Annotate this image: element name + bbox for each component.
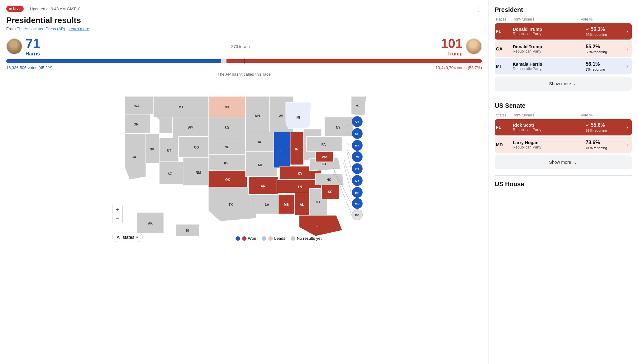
chevron-icon-fl-s: › [626, 125, 628, 130]
svg-text:ND: ND [224, 105, 229, 109]
svg-text:MN: MN [255, 114, 260, 118]
harris-name: Harris [26, 51, 40, 57]
chevron-icon-fl-p: › [626, 29, 628, 34]
senate-race-fl[interactable]: FL Rick Scott Republican Party ✓ 55.6% 9… [495, 119, 632, 135]
svg-text:SC: SC [328, 190, 332, 194]
race-candidate-fl-s: Rick Scott Republican Party [510, 120, 582, 135]
vote-reporting-ga-p: 53% reporting [586, 50, 607, 54]
vote-box-fl-p: ✓ 56.1% 92% reporting › [582, 23, 632, 40]
president-race-mi[interactable]: MI Kamala Harris Democratic Party 56.1% … [495, 58, 632, 74]
svg-text:WY: WY [188, 126, 193, 130]
svg-text:WV: WV [322, 155, 327, 159]
svg-text:SD: SD [224, 126, 229, 130]
check-icon-fl-p: ✓ [586, 27, 589, 32]
svg-text:AL: AL [299, 203, 304, 206]
race-candidate-fl-p: Donald Trump Republican Party [510, 24, 582, 39]
progress-bar-container [6, 59, 482, 63]
bar-gap [221, 59, 226, 63]
header-bar: Live Updated at 9:43 AM GMT+8 ⋮ [6, 5, 482, 12]
right-panel: President Races Front-runners Vote % FL … [488, 0, 638, 364]
svg-text:AR: AR [261, 184, 266, 188]
chevron-icon-mi-p: › [626, 64, 628, 69]
zoom-in-button[interactable]: + [112, 205, 122, 214]
house-title: US House [495, 181, 632, 188]
source-link[interactable]: The Associated Press (AP) [17, 26, 65, 31]
svg-text:HI: HI [186, 229, 189, 232]
all-states-button[interactable]: All states ▾ [112, 233, 143, 242]
race-state-md-s: MD [495, 138, 510, 152]
harris-candidate: 71 Harris [6, 36, 40, 57]
source-text: From [6, 26, 17, 31]
map-legend: Won Leads No results yet [236, 236, 321, 241]
vote-pct-md-s: 73.6% [586, 140, 607, 145]
map-container: WA OR CA NV ID MT WY [107, 78, 381, 245]
president-race-ga[interactable]: GA Donald Trump Republican Party 55.2% 5… [495, 41, 632, 57]
vote-info-mi-p: 56.1% 7% reporting [586, 61, 605, 71]
svg-text:IL: IL [280, 149, 283, 153]
vote-pct-mi-p: 56.1% [586, 61, 605, 67]
svg-text:VA: VA [322, 162, 326, 166]
race-state-mi-p: MI [495, 59, 510, 73]
svg-text:MO: MO [258, 163, 263, 167]
svg-text:WA: WA [134, 104, 140, 108]
cand-party-fl-s: Republican Party [513, 128, 579, 132]
svg-text:KY: KY [298, 172, 302, 175]
svg-text:NE: NE [224, 145, 229, 149]
states-col-header: States [496, 113, 512, 117]
vote-pct-fl-s: ✓ 55.6% [586, 122, 607, 128]
cand-party-mi-p: Democratic Party [513, 67, 579, 71]
harris-electoral-votes: 71 [26, 36, 40, 51]
senate-frontrunners-col-header: Front-runners [512, 113, 581, 117]
to-win-label: 270 to win [231, 44, 250, 49]
vote-box-fl-s: ✓ 55.6% 91% reporting › [582, 119, 632, 135]
votes-row: 16,336,506 votes (45.2%) 19,440,704 vote… [6, 65, 482, 70]
president-show-more-button[interactable]: Show more ⌄ [495, 77, 632, 91]
zoom-out-button[interactable]: − [112, 214, 122, 223]
vote-reporting-fl-p: 92% reporting [586, 33, 607, 36]
states-dropdown: All states ▾ [112, 233, 143, 242]
svg-text:ME: ME [355, 104, 360, 108]
senate-title: US Senate [495, 102, 632, 109]
ap-notice: The AP hasn't called this race [6, 72, 482, 77]
races-col-header: Races [496, 17, 512, 21]
harris-bar [6, 59, 221, 63]
cand-party-fl-p: Republican Party [513, 32, 579, 36]
harris-vote-count: 16,336,506 votes (45.2%) [6, 65, 53, 70]
president-race-fl[interactable]: FL Donald Trump Republican Party ✓ 56.1%… [495, 23, 632, 40]
chevron-icon-ga-p: › [626, 46, 628, 52]
trump-vote-count: 19,440,704 votes (53.7%) [436, 65, 482, 70]
svg-text:GA: GA [316, 200, 321, 204]
cand-name-mi-p: Kamala Harris [513, 62, 579, 67]
race-state-ga-p: GA [495, 42, 510, 56]
vote-reporting-md-s: <1% reporting [586, 146, 607, 150]
vote-info-fl-s: ✓ 55.6% 91% reporting [586, 122, 607, 132]
house-section: US House [495, 181, 632, 188]
svg-text:KS: KS [224, 161, 228, 165]
source-sep: · [65, 26, 69, 31]
svg-text:AK: AK [148, 221, 153, 225]
leads-label: Leads [274, 236, 285, 241]
svg-text:MD: MD [355, 202, 359, 206]
svg-text:WI: WI [279, 114, 283, 118]
vote-info-md-s: 73.6% <1% reporting [586, 140, 607, 150]
svg-text:MT: MT [179, 105, 183, 109]
senate-show-more-button[interactable]: Show more ⌄ [495, 155, 632, 169]
svg-text:NJ: NJ [355, 179, 359, 183]
vote-box-md-s: 73.6% <1% reporting › [582, 137, 632, 153]
section-divider-1 [495, 97, 632, 97]
win-label: 270 to win [231, 44, 250, 49]
show-more-senate-chevron-icon: ⌄ [574, 160, 577, 165]
svg-text:AZ: AZ [167, 172, 172, 176]
us-map[interactable]: WA OR CA NV ID MT WY [107, 78, 375, 245]
svg-text:MI: MI [296, 116, 300, 119]
check-icon-fl-s: ✓ [586, 123, 589, 128]
vote-box-ga-p: 55.2% 53% reporting › [582, 41, 632, 57]
learn-more-link[interactable]: Learn more [69, 26, 89, 31]
svg-text:CA: CA [131, 155, 136, 159]
senate-race-md[interactable]: MD Larry Hogan Republican Party 73.6% <1… [495, 137, 632, 153]
svg-text:IN: IN [295, 147, 298, 151]
svg-text:NV: NV [150, 147, 154, 151]
more-menu-button[interactable]: ⋮ [476, 5, 482, 12]
svg-text:OK: OK [225, 178, 230, 182]
svg-text:PA: PA [321, 143, 326, 146]
